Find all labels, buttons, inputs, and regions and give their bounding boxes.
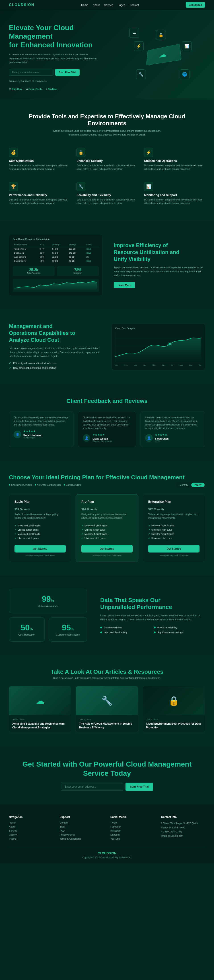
enterprise-plan-features: Molestae fugiat fringilla Ultrices et ni… bbox=[148, 523, 200, 541]
articles-section: Take A Look At Our Articles & Resources … bbox=[0, 655, 214, 746]
feature-scalability-desc: Duis aute irure dolor in reprehenderit i… bbox=[76, 198, 137, 205]
trust-logo-3: ✦ SkyMint bbox=[45, 88, 57, 91]
nav-cta-button[interactable]: Get Started bbox=[186, 2, 205, 8]
checkmark-icon-2: ✓ bbox=[9, 366, 11, 369]
feature-performance-title: Performance and Reliability bbox=[9, 193, 70, 197]
trust-logos: ⬡ EliteCare ◆ FutureTech ✦ SkyMint bbox=[9, 88, 103, 91]
author-1-name: Robert Johnson bbox=[24, 434, 42, 436]
hero-start-btn[interactable]: Start Free Trial bbox=[55, 69, 79, 76]
footer-social: Social Media Twitter Facebook Instagram … bbox=[110, 816, 154, 842]
stars-2: ★★★★★ bbox=[92, 433, 112, 436]
footer-support: Support Contact Blog FAQ Privacy Policy … bbox=[60, 816, 104, 842]
efficiency-section: Best Cloud Resource Comparision Service … bbox=[0, 221, 214, 309]
orbit-icon-5: 🔧 bbox=[136, 69, 146, 79]
article-1-title: Achieving Scalability and Resilience wit… bbox=[12, 722, 68, 730]
testimonial-2-text: Cloudsion has been an invaluable partner… bbox=[83, 416, 131, 430]
stat-requests-value: 25.2k bbox=[15, 268, 52, 272]
toggle-yearly-btn[interactable]: Yearly bbox=[191, 483, 204, 487]
scalability-icon: 🔧 bbox=[76, 182, 86, 191]
footer-support-faq[interactable]: FAQ bbox=[60, 829, 65, 832]
pricing-meta: Switch Plans Anytime No Credit Card Requ… bbox=[9, 482, 205, 488]
basic-plan-name: Basic Plan bbox=[14, 500, 66, 503]
nav-pages[interactable]: Pages bbox=[117, 3, 125, 7]
footer-support-contact[interactable]: Contact bbox=[60, 821, 68, 824]
footer-social-heading: Social Media bbox=[110, 816, 154, 819]
feature-operations: ⚡ Streamlined Operations Duis aute irure… bbox=[144, 146, 205, 173]
footer-nav-pricing[interactable]: Pricing bbox=[9, 837, 16, 840]
testimonial-3: Cloudsion cloud solutions have revolutio… bbox=[140, 411, 205, 447]
efficiency-learn-more-button[interactable]: Learn More bbox=[114, 282, 135, 288]
trust-text: Trusted by hundreds of companies bbox=[9, 79, 103, 83]
footer-phone: +1 880 1734 (1-87) bbox=[161, 830, 205, 834]
efficiency-heading: Improve Efficiency of Resource Untilizat… bbox=[114, 242, 205, 263]
nav-service[interactable]: Service bbox=[104, 3, 113, 7]
cta-email-input[interactable] bbox=[61, 783, 123, 791]
management-content: Management and Operations Capabilities t… bbox=[9, 323, 100, 371]
footer-support-privacy[interactable]: Privacy Policy bbox=[60, 833, 75, 836]
footer-nav-service[interactable]: Service bbox=[9, 829, 17, 832]
feature-item: Molestae fugiat fringilla bbox=[14, 532, 66, 536]
article-3-title: Cloud Environment Best Practices for Dat… bbox=[146, 722, 202, 730]
stars-1: ★★★★★ bbox=[24, 430, 42, 433]
footer-nav-heading: Navigation bbox=[9, 816, 53, 819]
hero-email-input[interactable] bbox=[9, 69, 54, 76]
footer-social-instagram[interactable]: Instagram bbox=[110, 829, 121, 832]
footer-nav-gallery[interactable]: Gallery bbox=[9, 833, 17, 836]
cta-heading: Get Started with Our Powerful Cloud Mana… bbox=[9, 760, 205, 778]
pricing-pro: Pro Plan $74.8/month Designed for growin… bbox=[76, 494, 138, 562]
feature-scalability-title: Scalability and Flexibility bbox=[76, 193, 137, 197]
testimonial-2-author: 👤 ★★★★★ David Wilson Director Operations bbox=[83, 433, 131, 442]
pro-get-started-button[interactable]: Get Started bbox=[81, 545, 133, 552]
data-point-2: Prioritize reliability bbox=[154, 626, 205, 629]
stat-uptime: 99% Uptime Assurance bbox=[9, 589, 87, 613]
footer-nav-about[interactable]: About bbox=[9, 825, 15, 828]
article-1: ☁ June 5, 2023 Achieving Scalability and… bbox=[9, 686, 71, 733]
uptime-value: 99% bbox=[16, 595, 80, 604]
feature-item: Ultrices et nibh purus bbox=[148, 536, 200, 541]
dot-2 bbox=[154, 627, 155, 628]
feature-performance-desc: Duis aute irure dolor in reprehenderit i… bbox=[9, 198, 70, 205]
articles-heading: Take A Look At Our Articles & Resources bbox=[9, 668, 205, 675]
author-3-role: CTO bbox=[155, 440, 168, 442]
nav-about[interactable]: About bbox=[93, 3, 100, 7]
testimonial-1-author: 👤 ★★★★★ Robert Johnson IT Manager bbox=[14, 430, 69, 439]
cta-submit-button[interactable]: Start Free Trial bbox=[125, 783, 153, 791]
feature-item: Molestae fugiat fringilla bbox=[148, 532, 200, 536]
enterprise-plan-note: 30 Days Money Back Guarantee bbox=[148, 554, 200, 557]
cost-value: 50% bbox=[16, 623, 38, 632]
stats-section: 99% Uptime Assurance 50% Cost Reduction … bbox=[0, 576, 214, 655]
footer-social-linkedin[interactable]: LinkedIn bbox=[110, 833, 120, 836]
feature-item: Ultrices et nibh purus bbox=[148, 528, 200, 532]
enterprise-plan-desc: Tailored for large organizations with co… bbox=[148, 513, 200, 520]
footer-support-blog[interactable]: Blog bbox=[60, 825, 65, 828]
feature-item: Ultrices et nibh purus bbox=[81, 536, 133, 541]
data-point-4: Significant cost savings bbox=[154, 631, 205, 634]
navbar: CLOUDSION Home About Service Pages Conta… bbox=[0, 0, 214, 10]
feature-monitoring-title: Monitoring and Support bbox=[144, 193, 205, 197]
toggle-monthly-btn[interactable]: Monthly bbox=[176, 483, 191, 487]
footer-support-terms[interactable]: Terms & Conditions bbox=[60, 837, 81, 840]
nav-home[interactable]: Home bbox=[81, 3, 88, 7]
table-row: Cache Server45%0.8 GB40 GB Active bbox=[13, 259, 99, 263]
footer-bottom: CLOUDSION Copyright © 2023 Cloudsion. Al… bbox=[9, 848, 205, 859]
footer-social-twitter[interactable]: Twitter bbox=[110, 821, 117, 824]
orbit-icon-3: ⚡ bbox=[134, 41, 144, 51]
enterprise-plan-name: Enterprise Plan bbox=[148, 500, 200, 503]
table-row: Web Server 318%1.2 GB80 GB Idle bbox=[13, 255, 99, 259]
nav-contact[interactable]: Contact bbox=[130, 3, 139, 7]
pricing-section: Choose Your Ideal Pricing Plan for Effec… bbox=[0, 461, 214, 576]
footer-logo: CLOUDSION bbox=[9, 851, 205, 855]
enterprise-get-started-button[interactable]: Get Started bbox=[148, 545, 200, 552]
footer-social-youtube[interactable]: YouTube bbox=[110, 837, 120, 840]
nav-links: Home About Service Pages Contact bbox=[81, 3, 139, 7]
stat-satisfaction: 95% Customer Satisfaction bbox=[49, 617, 87, 641]
footer-nav-home[interactable]: Home bbox=[9, 821, 15, 824]
article-3-body: June 5, 2023 Cloud Environment Best Prac… bbox=[143, 715, 205, 733]
testimonials-row: Cloudsion has completely transformed how… bbox=[9, 411, 205, 447]
basic-get-started-button[interactable]: Get Started bbox=[14, 545, 66, 552]
author-3-name: Sarah Chen bbox=[155, 438, 168, 440]
footer-social-facebook[interactable]: Facebook bbox=[110, 825, 121, 828]
orbit-icon-4: 📊 bbox=[182, 41, 192, 51]
feature-operations-desc: Duis aute irure dolor in reprehenderit i… bbox=[144, 164, 205, 171]
satisfaction-label: Customer Satisfaction bbox=[56, 633, 80, 636]
